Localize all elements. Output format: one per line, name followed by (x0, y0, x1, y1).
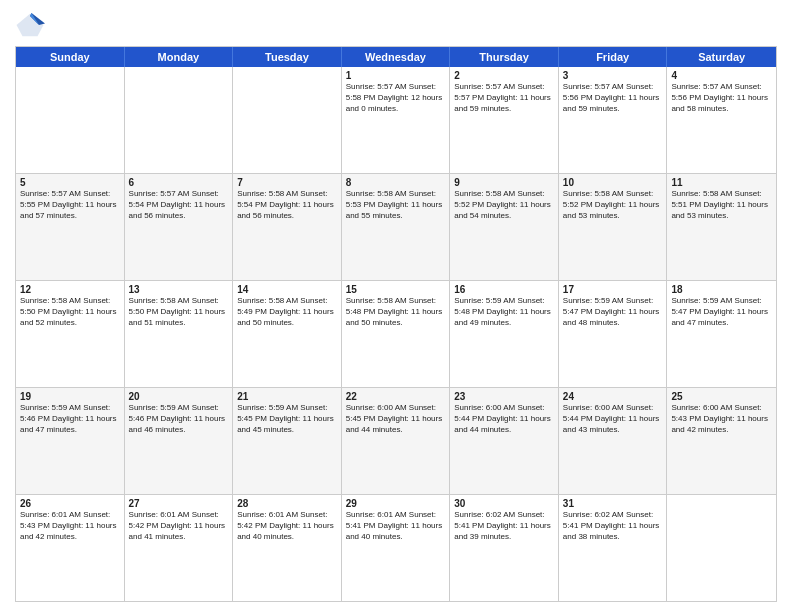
day-number: 5 (20, 177, 120, 188)
day-number: 19 (20, 391, 120, 402)
page: SundayMondayTuesdayWednesdayThursdayFrid… (0, 0, 792, 612)
day-info: Sunrise: 6:01 AM Sunset: 5:42 PM Dayligh… (237, 510, 337, 542)
day-info: Sunrise: 6:01 AM Sunset: 5:43 PM Dayligh… (20, 510, 120, 542)
calendar-cell: 5Sunrise: 5:57 AM Sunset: 5:55 PM Daylig… (16, 174, 125, 280)
day-info: Sunrise: 6:01 AM Sunset: 5:42 PM Dayligh… (129, 510, 229, 542)
calendar-cell: 31Sunrise: 6:02 AM Sunset: 5:41 PM Dayli… (559, 495, 668, 601)
calendar-cell: 15Sunrise: 5:58 AM Sunset: 5:48 PM Dayli… (342, 281, 451, 387)
calendar-cell (16, 67, 125, 173)
day-number: 29 (346, 498, 446, 509)
calendar-cell: 28Sunrise: 6:01 AM Sunset: 5:42 PM Dayli… (233, 495, 342, 601)
calendar-cell: 8Sunrise: 5:58 AM Sunset: 5:53 PM Daylig… (342, 174, 451, 280)
day-number: 8 (346, 177, 446, 188)
calendar-cell: 4Sunrise: 5:57 AM Sunset: 5:56 PM Daylig… (667, 67, 776, 173)
day-number: 12 (20, 284, 120, 295)
day-number: 7 (237, 177, 337, 188)
day-info: Sunrise: 6:01 AM Sunset: 5:41 PM Dayligh… (346, 510, 446, 542)
day-info: Sunrise: 6:02 AM Sunset: 5:41 PM Dayligh… (454, 510, 554, 542)
day-info: Sunrise: 5:57 AM Sunset: 5:56 PM Dayligh… (671, 82, 772, 114)
day-info: Sunrise: 5:57 AM Sunset: 5:56 PM Dayligh… (563, 82, 663, 114)
day-number: 23 (454, 391, 554, 402)
day-number: 6 (129, 177, 229, 188)
day-info: Sunrise: 5:58 AM Sunset: 5:51 PM Dayligh… (671, 189, 772, 221)
day-number: 14 (237, 284, 337, 295)
calendar-cell: 29Sunrise: 6:01 AM Sunset: 5:41 PM Dayli… (342, 495, 451, 601)
day-info: Sunrise: 5:59 AM Sunset: 5:46 PM Dayligh… (20, 403, 120, 435)
cal-header-day: Sunday (16, 47, 125, 67)
calendar-cell: 7Sunrise: 5:58 AM Sunset: 5:54 PM Daylig… (233, 174, 342, 280)
calendar-cell: 3Sunrise: 5:57 AM Sunset: 5:56 PM Daylig… (559, 67, 668, 173)
day-info: Sunrise: 5:58 AM Sunset: 5:50 PM Dayligh… (20, 296, 120, 328)
day-info: Sunrise: 5:58 AM Sunset: 5:48 PM Dayligh… (346, 296, 446, 328)
day-info: Sunrise: 5:59 AM Sunset: 5:47 PM Dayligh… (563, 296, 663, 328)
day-number: 11 (671, 177, 772, 188)
calendar-cell (233, 67, 342, 173)
day-number: 24 (563, 391, 663, 402)
calendar-cell: 17Sunrise: 5:59 AM Sunset: 5:47 PM Dayli… (559, 281, 668, 387)
cal-header-day: Saturday (667, 47, 776, 67)
day-number: 9 (454, 177, 554, 188)
svg-marker-0 (17, 14, 44, 37)
day-number: 15 (346, 284, 446, 295)
calendar-cell: 18Sunrise: 5:59 AM Sunset: 5:47 PM Dayli… (667, 281, 776, 387)
day-number: 28 (237, 498, 337, 509)
logo (15, 10, 49, 40)
day-number: 22 (346, 391, 446, 402)
cal-header-day: Wednesday (342, 47, 451, 67)
calendar-cell: 19Sunrise: 5:59 AM Sunset: 5:46 PM Dayli… (16, 388, 125, 494)
calendar-cell: 11Sunrise: 5:58 AM Sunset: 5:51 PM Dayli… (667, 174, 776, 280)
calendar-cell: 1Sunrise: 5:57 AM Sunset: 5:58 PM Daylig… (342, 67, 451, 173)
day-info: Sunrise: 5:57 AM Sunset: 5:55 PM Dayligh… (20, 189, 120, 221)
day-number: 2 (454, 70, 554, 81)
day-number: 31 (563, 498, 663, 509)
calendar-cell: 14Sunrise: 5:58 AM Sunset: 5:49 PM Dayli… (233, 281, 342, 387)
calendar-cell: 22Sunrise: 6:00 AM Sunset: 5:45 PM Dayli… (342, 388, 451, 494)
calendar-cell (667, 495, 776, 601)
calendar-cell: 26Sunrise: 6:01 AM Sunset: 5:43 PM Dayli… (16, 495, 125, 601)
day-number: 21 (237, 391, 337, 402)
calendar-cell: 27Sunrise: 6:01 AM Sunset: 5:42 PM Dayli… (125, 495, 234, 601)
calendar-row: 5Sunrise: 5:57 AM Sunset: 5:55 PM Daylig… (16, 173, 776, 280)
calendar-cell (125, 67, 234, 173)
day-number: 30 (454, 498, 554, 509)
calendar: SundayMondayTuesdayWednesdayThursdayFrid… (15, 46, 777, 602)
header (15, 10, 777, 40)
calendar-cell: 16Sunrise: 5:59 AM Sunset: 5:48 PM Dayli… (450, 281, 559, 387)
calendar-cell: 20Sunrise: 5:59 AM Sunset: 5:46 PM Dayli… (125, 388, 234, 494)
day-number: 18 (671, 284, 772, 295)
day-number: 1 (346, 70, 446, 81)
day-info: Sunrise: 6:00 AM Sunset: 5:45 PM Dayligh… (346, 403, 446, 435)
cal-header-day: Friday (559, 47, 668, 67)
cal-header-day: Monday (125, 47, 234, 67)
calendar-cell: 23Sunrise: 6:00 AM Sunset: 5:44 PM Dayli… (450, 388, 559, 494)
day-info: Sunrise: 5:57 AM Sunset: 5:54 PM Dayligh… (129, 189, 229, 221)
calendar-cell: 10Sunrise: 5:58 AM Sunset: 5:52 PM Dayli… (559, 174, 668, 280)
calendar-row: 19Sunrise: 5:59 AM Sunset: 5:46 PM Dayli… (16, 387, 776, 494)
day-info: Sunrise: 5:58 AM Sunset: 5:49 PM Dayligh… (237, 296, 337, 328)
logo-icon (15, 10, 45, 40)
day-number: 25 (671, 391, 772, 402)
calendar-body: 1Sunrise: 5:57 AM Sunset: 5:58 PM Daylig… (16, 67, 776, 601)
day-number: 27 (129, 498, 229, 509)
day-info: Sunrise: 5:58 AM Sunset: 5:52 PM Dayligh… (563, 189, 663, 221)
day-info: Sunrise: 5:58 AM Sunset: 5:53 PM Dayligh… (346, 189, 446, 221)
day-info: Sunrise: 5:59 AM Sunset: 5:46 PM Dayligh… (129, 403, 229, 435)
day-info: Sunrise: 6:00 AM Sunset: 5:44 PM Dayligh… (454, 403, 554, 435)
day-info: Sunrise: 6:02 AM Sunset: 5:41 PM Dayligh… (563, 510, 663, 542)
day-info: Sunrise: 6:00 AM Sunset: 5:44 PM Dayligh… (563, 403, 663, 435)
day-info: Sunrise: 6:00 AM Sunset: 5:43 PM Dayligh… (671, 403, 772, 435)
calendar-row: 26Sunrise: 6:01 AM Sunset: 5:43 PM Dayli… (16, 494, 776, 601)
calendar-cell: 25Sunrise: 6:00 AM Sunset: 5:43 PM Dayli… (667, 388, 776, 494)
day-number: 20 (129, 391, 229, 402)
day-info: Sunrise: 5:58 AM Sunset: 5:52 PM Dayligh… (454, 189, 554, 221)
cal-header-day: Thursday (450, 47, 559, 67)
day-info: Sunrise: 5:59 AM Sunset: 5:48 PM Dayligh… (454, 296, 554, 328)
calendar-cell: 21Sunrise: 5:59 AM Sunset: 5:45 PM Dayli… (233, 388, 342, 494)
calendar-cell: 2Sunrise: 5:57 AM Sunset: 5:57 PM Daylig… (450, 67, 559, 173)
calendar-row: 12Sunrise: 5:58 AM Sunset: 5:50 PM Dayli… (16, 280, 776, 387)
day-number: 10 (563, 177, 663, 188)
day-number: 17 (563, 284, 663, 295)
day-info: Sunrise: 5:59 AM Sunset: 5:47 PM Dayligh… (671, 296, 772, 328)
calendar-row: 1Sunrise: 5:57 AM Sunset: 5:58 PM Daylig… (16, 67, 776, 173)
calendar-cell: 9Sunrise: 5:58 AM Sunset: 5:52 PM Daylig… (450, 174, 559, 280)
